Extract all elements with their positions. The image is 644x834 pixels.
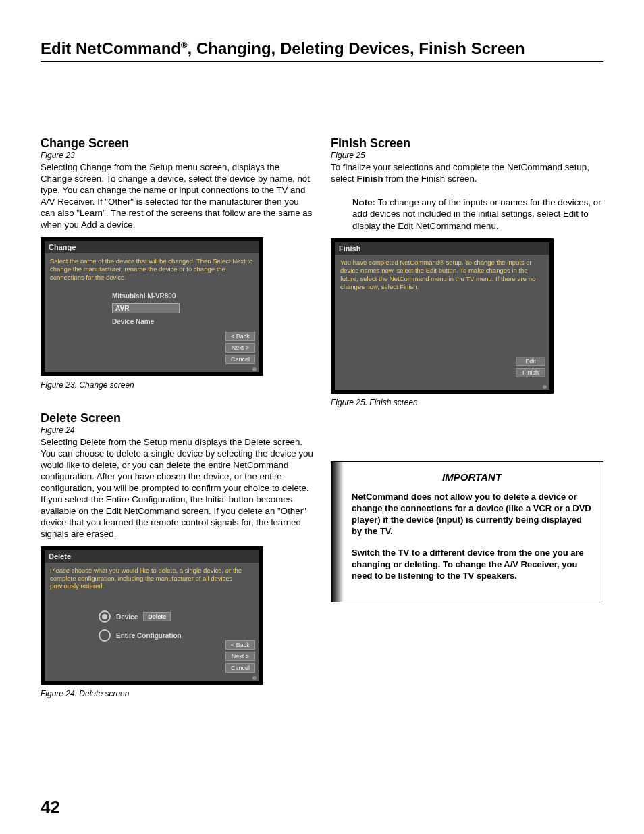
change-shot-device-label: Mitsubishi M-VR800 [112,292,176,300]
title-superscript: ® [181,40,188,50]
delete-figref: Figure 24 [41,425,313,435]
change-shot-title: Change [45,241,259,253]
important-title: IMPORTANT [352,471,592,483]
change-screenshot: Change Select the name of the device tha… [41,237,263,376]
change-body: Selecting Change from the Setup menu scr… [41,161,313,230]
finish-body: To finalize your selections and complete… [331,161,603,184]
important-p1: NetCommand does not allow you to delete … [352,491,592,538]
delete-shot-radio-device[interactable] [99,610,111,623]
delete-shot-cancel-button[interactable]: Cancel [225,663,255,673]
delete-body: Selecting Delete from the Setup menu dis… [41,436,313,540]
title-divider [41,61,603,62]
change-shot-cancel-button[interactable]: Cancel [225,355,255,364]
delete-shot-radio-entire[interactable] [99,629,111,642]
change-shot-instruction: Select the name of the device that will … [45,253,259,286]
delete-caption: Figure 24. Delete screen [41,689,313,698]
delete-screenshot: Delete Please choose what you would like… [41,546,263,685]
finish-note: Note: To change any of the inputs or nam… [352,197,603,232]
change-heading: Change Screen [41,136,313,151]
finish-note-body: To change any of the inputs or names for… [352,197,601,231]
important-p2: Switch the TV to a different device from… [352,547,592,581]
change-shot-next-button[interactable]: Next > [225,343,255,353]
page-number: 42 [41,797,60,818]
finish-shot-finish-button[interactable]: Finish [516,368,545,377]
delete-shot-next-button[interactable]: Next > [225,652,255,661]
change-shot-device-field[interactable]: AVR [112,303,180,313]
finish-shot-instruction: You have completed NetCommand® setup. To… [335,255,549,295]
page-title: Edit NetCommand®, Changing, Deleting Dev… [41,39,603,59]
finish-heading: Finish Screen [331,136,603,151]
finish-body-bold: Finish [356,174,383,184]
finish-caption: Figure 25. Finish screen [331,398,603,407]
change-figref: Figure 23 [41,151,313,160]
change-shot-device-sublabel: Device Name [112,318,154,325]
delete-shot-opt-entire: Entire Configuration [116,632,182,640]
delete-heading: Delete Screen [41,411,313,425]
change-caption: Figure 23. Change screen [41,380,313,390]
delete-shot-delete-button[interactable]: Delete [143,612,171,621]
delete-shot-title: Delete [45,550,259,563]
right-column: Finish Screen Figure 25 To finalize your… [331,136,603,720]
finish-body-post: from the Finish screen. [383,174,477,184]
finish-note-label: Note: [352,197,375,207]
finish-shot-edit-button[interactable]: Edit [516,357,545,366]
delete-shot-back-button[interactable]: < Back [225,640,255,650]
finish-screenshot: Finish You have completed NetCommand® se… [331,238,554,394]
delete-shot-opt-device: Device [116,613,138,621]
title-prefix: Edit NetCommand [41,39,181,57]
title-suffix: , Changing, Deleting Devices, Finish Scr… [188,39,525,57]
important-box: IMPORTANT NetCommand does not allow you … [331,461,603,602]
delete-shot-instruction: Please choose what you would like to del… [45,563,259,595]
finish-shot-title: Finish [335,242,549,255]
finish-figref: Figure 25 [331,151,603,160]
change-shot-back-button[interactable]: < Back [225,332,255,341]
left-column: Change Screen Figure 23 Selecting Change… [41,136,313,720]
